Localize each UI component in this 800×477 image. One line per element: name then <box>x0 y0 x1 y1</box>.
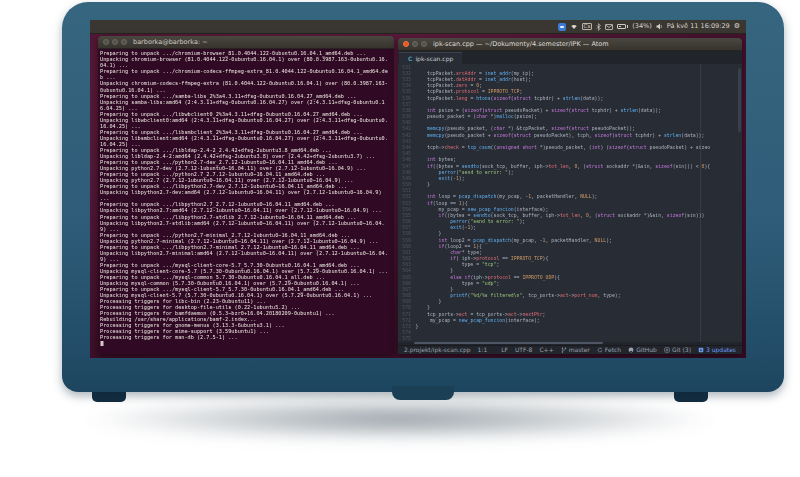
clock[interactable]: Pá kvě 11 16:09:29 <box>667 23 730 30</box>
minimize-icon[interactable] <box>412 41 418 47</box>
status-fetch[interactable]: Fetch <box>597 347 621 353</box>
terminal-body[interactable]: Preparing to unpack .../chromium-browser… <box>98 49 394 354</box>
ibus-input-icon[interactable] <box>558 23 566 31</box>
updates-icon <box>698 347 704 353</box>
git-diff-icon <box>664 347 670 353</box>
atom-window-title: ipk-scan.cpp — ~/Dokumenty/4.semester/IP… <box>433 40 609 48</box>
status-file-path[interactable]: 2.projekt/ipk-scan.cpp <box>404 347 471 353</box>
laptop-shadow <box>78 396 722 442</box>
status-line-ending[interactable]: LF <box>501 347 508 353</box>
code-line: 544 tcph->check = tcp_csum((unsigned sho… <box>398 144 742 150</box>
keyboard-layout-indicator[interactable]: Cs <box>582 23 593 31</box>
status-encoding[interactable]: UTF-8 <box>515 347 533 353</box>
terminal-output: Preparing to unpack .../chromium-browser… <box>98 49 390 347</box>
cpp-file-icon: C <box>408 55 412 62</box>
minimize-icon[interactable] <box>112 39 118 45</box>
volume-icon[interactable] <box>656 23 663 30</box>
terminal-titlebar[interactable]: barborka@barborka: ~ <box>98 36 394 49</box>
tab-ipk-scan-cpp[interactable]: C ipk-scan.cpp <box>399 52 462 64</box>
branch-icon <box>561 347 567 353</box>
top-panel: Cs (34%) Pá kvě 11 16:09:29 ⚙ <box>90 20 746 34</box>
code-line: 575 <box>398 336 742 342</box>
code-lines: 531532 tcpPacket.srcAddr = inet_addr(my_… <box>398 64 742 342</box>
terminal-window[interactable]: barborka@barborka: ~ Preparing to unpack… <box>98 36 394 354</box>
status-updates[interactable]: 3 updates <box>698 347 736 353</box>
status-cursor-position[interactable]: 1:1 <box>478 347 488 353</box>
status-git-branch[interactable]: master <box>561 347 590 353</box>
panel-indicators: Cs (34%) Pá kvě 11 16:09:29 ⚙ <box>558 23 746 31</box>
terminal-cursor <box>101 341 104 346</box>
mail-icon[interactable] <box>605 24 613 30</box>
screen: Cs (34%) Pá kvě 11 16:09:29 ⚙ <box>90 20 746 358</box>
laptop-mockup: Cs (34%) Pá kvě 11 16:09:29 ⚙ <box>0 0 800 477</box>
atom-window[interactable]: ipk-scan.cpp — ~/Dokumenty/4.semester/IP… <box>398 38 742 354</box>
sync-icon <box>597 347 603 353</box>
status-grammar[interactable]: C++ <box>539 347 553 353</box>
laptop-body: Cs (34%) Pá kvě 11 16:09:29 ⚙ <box>62 2 784 392</box>
tab-bar: C ipk-scan.cpp <box>398 51 742 64</box>
terminal-title: barborka@barborka: ~ <box>133 38 208 46</box>
laptop-hinge-notch <box>392 386 454 400</box>
line-number: 575 <box>398 336 416 342</box>
status-bar: 2.projekt/ipk-scan.cpp 1:1 LF UTF-8 C++ … <box>398 345 742 354</box>
wifi-icon[interactable] <box>570 23 578 30</box>
status-github[interactable]: GitHub <box>628 347 657 353</box>
maximize-icon[interactable] <box>421 41 427 47</box>
vertical-scrollbar[interactable] <box>738 68 741 132</box>
maximize-icon[interactable] <box>121 39 127 45</box>
close-icon[interactable] <box>103 39 109 45</box>
close-icon[interactable] <box>403 41 409 47</box>
code-editor[interactable]: 531532 tcpPacket.srcAddr = inet_addr(my_… <box>398 64 742 342</box>
battery-icon[interactable] <box>617 24 628 29</box>
github-icon <box>628 347 634 353</box>
status-git-changes[interactable]: Git (3) <box>664 347 691 353</box>
battery-percent[interactable]: (34%) <box>632 23 652 30</box>
atom-titlebar[interactable]: ipk-scan.cpp — ~/Dokumenty/4.semester/IP… <box>398 38 742 51</box>
code-line: 542 memcpy(pseudo_packet + sizeof(struct… <box>398 132 742 138</box>
bluetooth-icon[interactable] <box>596 23 601 31</box>
tab-label: ipk-scan.cpp <box>415 55 453 62</box>
session-gear-icon[interactable]: ⚙ <box>734 23 740 30</box>
